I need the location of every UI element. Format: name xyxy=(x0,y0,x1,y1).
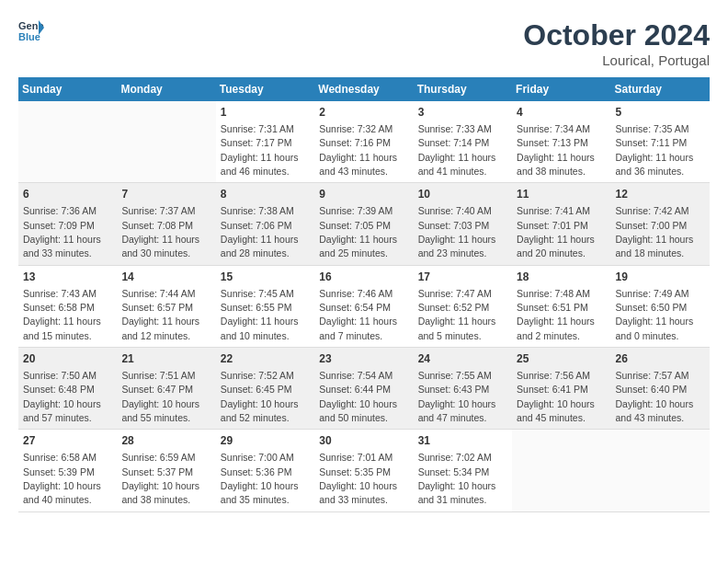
day-number: 4 xyxy=(517,105,606,121)
day-info: Sunrise: 6:58 AMSunset: 5:39 PMDaylight:… xyxy=(23,452,101,505)
calendar-cell: 15Sunrise: 7:45 AMSunset: 6:55 PMDayligh… xyxy=(216,265,314,347)
day-info: Sunrise: 7:37 AMSunset: 7:08 PMDaylight:… xyxy=(121,205,199,259)
month-title: October 2024 xyxy=(523,18,710,52)
logo: General Blue xyxy=(18,18,44,44)
day-info: Sunrise: 7:35 AMSunset: 7:11 PMDaylight:… xyxy=(616,123,694,177)
logo-icon: General Blue xyxy=(18,18,44,44)
calendar-week-row: 20Sunrise: 7:50 AMSunset: 6:48 PMDayligh… xyxy=(18,348,710,430)
calendar-cell: 1Sunrise: 7:31 AMSunset: 7:17 PMDaylight… xyxy=(216,101,314,183)
calendar-cell: 4Sunrise: 7:34 AMSunset: 7:13 PMDaylight… xyxy=(512,101,610,183)
day-number: 16 xyxy=(319,270,408,285)
day-info: Sunrise: 7:49 AMSunset: 6:50 PMDaylight:… xyxy=(616,288,694,341)
calendar-week-row: 6Sunrise: 7:36 AMSunset: 7:09 PMDaylight… xyxy=(18,183,710,265)
calendar-cell: 9Sunrise: 7:39 AMSunset: 7:05 PMDaylight… xyxy=(314,183,413,265)
weekday-header: Thursday xyxy=(414,77,512,101)
calendar-cell xyxy=(611,430,710,511)
day-number: 9 xyxy=(319,187,408,202)
day-number: 25 xyxy=(517,351,606,367)
title-block: October 2024 Lourical, Portugal xyxy=(523,18,710,68)
calendar-cell xyxy=(18,101,117,183)
day-number: 30 xyxy=(319,433,408,449)
day-number: 29 xyxy=(221,433,310,449)
day-number: 12 xyxy=(616,187,705,202)
weekday-header: Sunday xyxy=(18,77,117,101)
calendar-cell: 6Sunrise: 7:36 AMSunset: 7:09 PMDaylight… xyxy=(18,183,117,265)
calendar-cell: 7Sunrise: 7:37 AMSunset: 7:08 PMDaylight… xyxy=(117,183,215,265)
calendar-cell: 28Sunrise: 6:59 AMSunset: 5:37 PMDayligh… xyxy=(117,430,215,511)
day-info: Sunrise: 7:48 AMSunset: 6:51 PMDaylight:… xyxy=(517,288,595,341)
day-number: 5 xyxy=(616,105,705,121)
day-number: 15 xyxy=(221,270,310,285)
calendar-cell: 19Sunrise: 7:49 AMSunset: 6:50 PMDayligh… xyxy=(611,265,710,347)
calendar-cell: 17Sunrise: 7:47 AMSunset: 6:52 PMDayligh… xyxy=(414,265,512,347)
day-number: 6 xyxy=(23,187,112,202)
location-label: Lourical, Portugal xyxy=(523,52,710,68)
day-number: 7 xyxy=(121,187,210,202)
day-info: Sunrise: 7:57 AMSunset: 6:40 PMDaylight:… xyxy=(616,370,694,423)
day-number: 8 xyxy=(221,187,310,202)
day-info: Sunrise: 7:41 AMSunset: 7:01 PMDaylight:… xyxy=(517,205,595,259)
day-info: Sunrise: 7:39 AMSunset: 7:05 PMDaylight:… xyxy=(319,205,397,259)
day-info: Sunrise: 7:40 AMSunset: 7:03 PMDaylight:… xyxy=(418,205,496,259)
day-info: Sunrise: 7:43 AMSunset: 6:58 PMDaylight:… xyxy=(23,288,101,341)
calendar-cell: 2Sunrise: 7:32 AMSunset: 7:16 PMDaylight… xyxy=(314,101,413,183)
day-info: Sunrise: 7:00 AMSunset: 5:36 PMDaylight:… xyxy=(221,452,299,505)
day-info: Sunrise: 7:01 AMSunset: 5:35 PMDaylight:… xyxy=(319,452,397,505)
calendar-cell: 5Sunrise: 7:35 AMSunset: 7:11 PMDaylight… xyxy=(611,101,710,183)
calendar-week-row: 13Sunrise: 7:43 AMSunset: 6:58 PMDayligh… xyxy=(18,265,710,347)
calendar-table: SundayMondayTuesdayWednesdayThursdayFrid… xyxy=(18,77,710,512)
calendar-cell: 26Sunrise: 7:57 AMSunset: 6:40 PMDayligh… xyxy=(611,348,710,430)
day-number: 1 xyxy=(221,105,310,121)
day-info: Sunrise: 7:47 AMSunset: 6:52 PMDaylight:… xyxy=(418,288,496,341)
calendar-cell: 13Sunrise: 7:43 AMSunset: 6:58 PMDayligh… xyxy=(18,265,117,347)
day-info: Sunrise: 7:02 AMSunset: 5:34 PMDaylight:… xyxy=(418,452,496,505)
calendar-cell: 18Sunrise: 7:48 AMSunset: 6:51 PMDayligh… xyxy=(512,265,610,347)
day-info: Sunrise: 7:38 AMSunset: 7:06 PMDaylight:… xyxy=(221,205,299,259)
day-info: Sunrise: 7:56 AMSunset: 6:41 PMDaylight:… xyxy=(517,370,595,423)
calendar-cell: 30Sunrise: 7:01 AMSunset: 5:35 PMDayligh… xyxy=(314,430,413,511)
calendar-cell: 12Sunrise: 7:42 AMSunset: 7:00 PMDayligh… xyxy=(611,183,710,265)
weekday-header: Saturday xyxy=(611,77,710,101)
weekday-header: Friday xyxy=(512,77,610,101)
page-header: General Blue October 2024 Lourical, Port… xyxy=(18,18,710,68)
day-info: Sunrise: 7:36 AMSunset: 7:09 PMDaylight:… xyxy=(23,205,101,259)
calendar-cell: 20Sunrise: 7:50 AMSunset: 6:48 PMDayligh… xyxy=(18,348,117,430)
day-number: 26 xyxy=(616,351,705,367)
calendar-cell: 29Sunrise: 7:00 AMSunset: 5:36 PMDayligh… xyxy=(216,430,314,511)
weekday-header-row: SundayMondayTuesdayWednesdayThursdayFrid… xyxy=(18,77,710,101)
day-number: 19 xyxy=(616,270,705,285)
day-info: Sunrise: 7:42 AMSunset: 7:00 PMDaylight:… xyxy=(616,205,694,259)
day-number: 18 xyxy=(517,270,606,285)
day-info: Sunrise: 7:52 AMSunset: 6:45 PMDaylight:… xyxy=(221,370,299,423)
day-number: 24 xyxy=(418,351,507,367)
day-info: Sunrise: 7:32 AMSunset: 7:16 PMDaylight:… xyxy=(319,123,397,177)
calendar-cell: 21Sunrise: 7:51 AMSunset: 6:47 PMDayligh… xyxy=(117,348,215,430)
day-number: 17 xyxy=(418,270,507,285)
calendar-cell: 24Sunrise: 7:55 AMSunset: 6:43 PMDayligh… xyxy=(414,348,512,430)
day-number: 22 xyxy=(221,351,310,367)
day-info: Sunrise: 7:50 AMSunset: 6:48 PMDaylight:… xyxy=(23,370,101,423)
day-info: Sunrise: 7:33 AMSunset: 7:14 PMDaylight:… xyxy=(418,123,496,177)
calendar-week-row: 27Sunrise: 6:58 AMSunset: 5:39 PMDayligh… xyxy=(18,430,710,511)
day-number: 27 xyxy=(23,433,112,449)
day-info: Sunrise: 7:51 AMSunset: 6:47 PMDaylight:… xyxy=(121,370,199,423)
day-number: 11 xyxy=(517,187,606,202)
day-info: Sunrise: 7:55 AMSunset: 6:43 PMDaylight:… xyxy=(418,370,496,423)
calendar-cell: 31Sunrise: 7:02 AMSunset: 5:34 PMDayligh… xyxy=(414,430,512,511)
day-number: 14 xyxy=(121,270,210,285)
day-number: 28 xyxy=(121,433,210,449)
calendar-cell: 22Sunrise: 7:52 AMSunset: 6:45 PMDayligh… xyxy=(216,348,314,430)
calendar-cell: 25Sunrise: 7:56 AMSunset: 6:41 PMDayligh… xyxy=(512,348,610,430)
calendar-cell: 16Sunrise: 7:46 AMSunset: 6:54 PMDayligh… xyxy=(314,265,413,347)
calendar-cell: 10Sunrise: 7:40 AMSunset: 7:03 PMDayligh… xyxy=(414,183,512,265)
calendar-cell: 14Sunrise: 7:44 AMSunset: 6:57 PMDayligh… xyxy=(117,265,215,347)
day-info: Sunrise: 7:34 AMSunset: 7:13 PMDaylight:… xyxy=(517,123,595,177)
day-number: 20 xyxy=(23,351,112,367)
day-info: Sunrise: 7:45 AMSunset: 6:55 PMDaylight:… xyxy=(221,288,299,341)
calendar-week-row: 1Sunrise: 7:31 AMSunset: 7:17 PMDaylight… xyxy=(18,101,710,183)
weekday-header: Wednesday xyxy=(314,77,413,101)
day-info: Sunrise: 7:31 AMSunset: 7:17 PMDaylight:… xyxy=(221,123,299,177)
calendar-cell: 23Sunrise: 7:54 AMSunset: 6:44 PMDayligh… xyxy=(314,348,413,430)
day-number: 2 xyxy=(319,105,408,121)
day-number: 13 xyxy=(23,270,112,285)
